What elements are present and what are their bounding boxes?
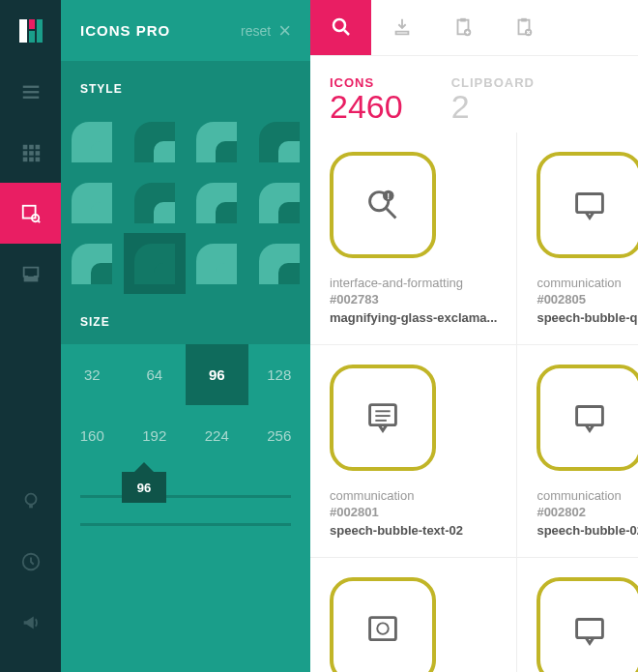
svg-rect-4 bbox=[22, 85, 39, 87]
svg-rect-5 bbox=[22, 91, 39, 93]
style-option[interactable] bbox=[124, 111, 187, 172]
svg-rect-9 bbox=[35, 144, 40, 149]
clipboard-remove-button[interactable] bbox=[493, 0, 554, 55]
svg-rect-19 bbox=[23, 276, 38, 281]
icon-id: #002802 bbox=[536, 505, 638, 519]
style-option[interactable] bbox=[186, 172, 248, 233]
svg-rect-29 bbox=[521, 18, 527, 22]
nav-grid[interactable] bbox=[0, 122, 61, 183]
content-area: ICONS 2460 CLIPBOARD 2 !interface-and-fo… bbox=[310, 0, 638, 672]
size-option[interactable]: 160 bbox=[61, 405, 124, 466]
svg-rect-7 bbox=[22, 144, 27, 149]
svg-rect-6 bbox=[22, 96, 39, 98]
style-option[interactable] bbox=[124, 172, 187, 233]
svg-point-20 bbox=[25, 493, 36, 504]
icon-card[interactable]: communication#002805speech-bubble-qu... bbox=[517, 132, 638, 345]
svg-line-24 bbox=[344, 30, 349, 35]
svg-rect-40 bbox=[577, 406, 603, 424]
svg-rect-43 bbox=[577, 619, 603, 637]
icon-card[interactable] bbox=[310, 558, 517, 672]
svg-rect-12 bbox=[35, 151, 40, 156]
icon-category: communication bbox=[330, 488, 497, 503]
style-option[interactable] bbox=[61, 233, 124, 294]
download-button[interactable] bbox=[371, 0, 432, 55]
icon-name: magnifying-glass-exclama... bbox=[330, 310, 497, 325]
panel-title: ICONS PRO bbox=[80, 22, 170, 39]
style-option[interactable] bbox=[248, 111, 311, 172]
icon-grid: !interface-and-formatting#002783magnifyi… bbox=[310, 132, 638, 672]
svg-line-18 bbox=[38, 220, 40, 222]
svg-point-23 bbox=[334, 19, 345, 31]
nav-icons[interactable] bbox=[0, 183, 61, 244]
svg-rect-16 bbox=[22, 205, 35, 218]
size-grid: 326496128160192224256 bbox=[61, 344, 310, 466]
close-icon: × bbox=[278, 18, 291, 44]
svg-rect-41 bbox=[370, 617, 396, 639]
nav-clock-icon[interactable] bbox=[0, 531, 61, 592]
icon-category: interface-and-formatting bbox=[330, 276, 497, 290]
icon-category: communication bbox=[536, 276, 638, 290]
svg-rect-3 bbox=[37, 19, 43, 43]
size-option[interactable]: 96 bbox=[186, 344, 248, 405]
app-logo[interactable] bbox=[0, 0, 61, 61]
size-option[interactable]: 224 bbox=[186, 405, 248, 466]
style-option[interactable] bbox=[248, 172, 311, 233]
svg-text:!: ! bbox=[387, 191, 390, 201]
size-section-label: SIZE bbox=[61, 294, 310, 344]
svg-rect-15 bbox=[35, 157, 40, 161]
tabs: ICONS 2460 CLIPBOARD 2 bbox=[310, 56, 638, 132]
clipboard-add-button[interactable] bbox=[432, 0, 493, 55]
style-option[interactable] bbox=[61, 172, 124, 233]
style-option[interactable] bbox=[61, 111, 124, 172]
svg-rect-14 bbox=[29, 157, 34, 161]
search-button[interactable] bbox=[310, 0, 371, 55]
reset-label: reset bbox=[241, 23, 271, 39]
icon-category: communication bbox=[536, 488, 638, 503]
style-option[interactable] bbox=[248, 233, 311, 294]
slider-handle[interactable]: 96 bbox=[122, 472, 166, 503]
size-slider[interactable]: 96 bbox=[61, 466, 310, 545]
size-option[interactable]: 256 bbox=[248, 405, 311, 466]
svg-rect-2 bbox=[29, 31, 35, 43]
style-option[interactable] bbox=[186, 233, 248, 294]
icon-preview bbox=[330, 365, 436, 471]
icon-card[interactable]: !interface-and-formatting#002783magnifyi… bbox=[310, 132, 517, 345]
icon-preview bbox=[536, 365, 638, 471]
reset-button[interactable]: reset × bbox=[241, 18, 291, 44]
icon-preview bbox=[536, 152, 638, 258]
tab-icons[interactable]: ICONS 2460 bbox=[330, 75, 403, 123]
icon-card[interactable]: communication#002802speech-bubble-02 bbox=[517, 345, 638, 558]
icon-preview bbox=[330, 577, 436, 672]
filter-panel: ICONS PRO reset × STYLE SIZE 32649612816… bbox=[61, 0, 310, 672]
icon-preview: ! bbox=[330, 152, 436, 258]
svg-rect-8 bbox=[29, 144, 34, 149]
svg-rect-13 bbox=[22, 157, 27, 161]
tab-clipboard[interactable]: CLIPBOARD 2 bbox=[451, 75, 535, 123]
style-section-label: STYLE bbox=[61, 61, 310, 111]
svg-rect-1 bbox=[29, 19, 35, 29]
svg-point-42 bbox=[377, 623, 389, 634]
size-option[interactable]: 32 bbox=[61, 344, 124, 405]
nav-megaphone-icon[interactable] bbox=[0, 592, 61, 653]
icon-id: #002805 bbox=[536, 292, 638, 307]
toolbar bbox=[310, 0, 638, 56]
nav-inbox[interactable] bbox=[0, 244, 61, 305]
style-grid bbox=[61, 111, 310, 294]
size-option[interactable]: 64 bbox=[124, 344, 187, 405]
style-option[interactable] bbox=[186, 111, 248, 172]
nav-rail bbox=[0, 0, 61, 672]
icon-card[interactable] bbox=[517, 558, 638, 672]
icon-card[interactable]: communication#002801speech-bubble-text-0… bbox=[310, 345, 517, 558]
icon-id: #002783 bbox=[330, 292, 497, 307]
size-option[interactable]: 128 bbox=[248, 344, 311, 405]
nav-idea-icon[interactable] bbox=[0, 470, 61, 531]
nav-menu[interactable] bbox=[0, 61, 61, 122]
svg-line-32 bbox=[387, 209, 396, 219]
svg-rect-26 bbox=[460, 18, 466, 22]
icon-name: speech-bubble-02 bbox=[536, 523, 638, 538]
svg-rect-35 bbox=[577, 193, 603, 212]
size-option[interactable]: 192 bbox=[124, 405, 187, 466]
icon-name: speech-bubble-qu... bbox=[536, 310, 638, 325]
icon-preview bbox=[536, 577, 638, 672]
style-option[interactable] bbox=[124, 233, 187, 294]
